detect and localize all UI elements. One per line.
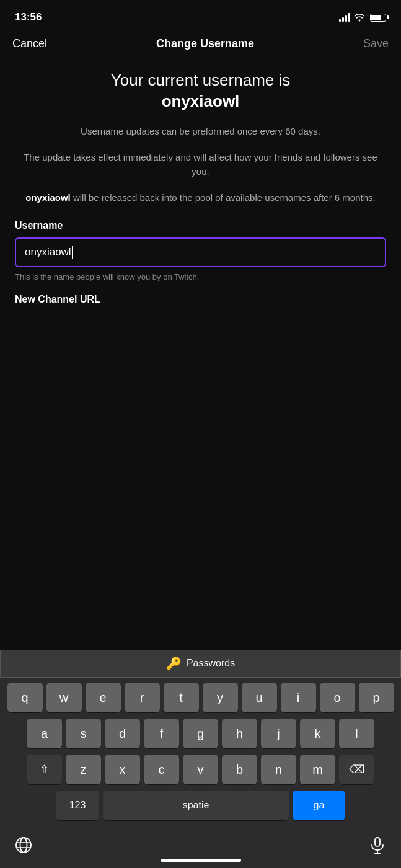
key-y[interactable]: y <box>203 683 238 712</box>
save-button[interactable]: Save <box>363 37 389 50</box>
update-notice: Username updates can be preformed once e… <box>15 125 386 139</box>
key-row-2: a s d f g h j k l <box>2 719 399 748</box>
key-e[interactable]: e <box>86 683 121 712</box>
svg-point-0 <box>16 838 31 852</box>
key-i[interactable]: i <box>281 683 316 712</box>
key-a[interactable]: a <box>27 719 62 748</box>
page-title: Change Username <box>156 37 254 50</box>
pool-notice-rest: will be released back into the pool of a… <box>71 192 376 203</box>
key-x[interactable]: x <box>105 755 140 784</box>
shift-key[interactable]: ⇧ <box>27 755 62 784</box>
key-m[interactable]: m <box>300 755 335 784</box>
key-row-1: q w e r t y u i o p <box>2 683 399 712</box>
key-t[interactable]: t <box>164 683 199 712</box>
username-hint: This is the name people will know you by… <box>15 272 386 281</box>
battery-icon <box>370 14 386 22</box>
svg-rect-4 <box>375 838 380 846</box>
key-v[interactable]: v <box>183 755 218 784</box>
pool-notice-username: onyxiaowl <box>25 192 71 203</box>
key-z[interactable]: z <box>66 755 101 784</box>
key-h[interactable]: h <box>222 719 257 748</box>
username-input-container[interactable]: onyxiaowl <box>15 237 386 267</box>
keyboard: 🔑 Passwords q w e r t y u i o p a s d f … <box>0 650 401 868</box>
globe-icon <box>15 836 32 854</box>
status-time: 13:56 <box>15 11 42 24</box>
status-icons <box>339 13 386 22</box>
wifi-icon <box>354 13 365 22</box>
key-s[interactable]: s <box>66 719 101 748</box>
key-p[interactable]: p <box>359 683 394 712</box>
key-g[interactable]: g <box>183 719 218 748</box>
nav-bar: Cancel Change Username Save <box>0 32 401 60</box>
main-content: Your current username is onyxiaowl Usern… <box>0 60 401 305</box>
space-key[interactable]: spatie <box>103 790 289 820</box>
key-c[interactable]: c <box>144 755 179 784</box>
key-row-3: ⇧ z x c v b n m ⌫ <box>2 755 399 784</box>
key-row-4: 123 spatie ga <box>2 790 399 820</box>
passwords-button[interactable]: 🔑 Passwords <box>166 656 235 671</box>
keyboard-bottom <box>0 829 401 868</box>
return-key[interactable]: ga <box>293 790 345 820</box>
svg-point-1 <box>20 838 27 852</box>
numbers-key[interactable]: 123 <box>56 790 99 820</box>
key-f[interactable]: f <box>144 719 179 748</box>
pool-notice: onyxiaowl will be released back into the… <box>15 191 386 205</box>
channel-url-label: New Channel URL <box>15 294 386 305</box>
cancel-button[interactable]: Cancel <box>12 37 47 50</box>
key-l[interactable]: l <box>339 719 374 748</box>
keyboard-toolbar[interactable]: 🔑 Passwords <box>0 650 401 678</box>
key-b[interactable]: b <box>222 755 257 784</box>
key-o[interactable]: o <box>320 683 355 712</box>
key-u[interactable]: u <box>242 683 277 712</box>
key-k[interactable]: k <box>300 719 335 748</box>
key-icon: 🔑 <box>166 656 182 671</box>
key-w[interactable]: w <box>46 683 82 712</box>
key-j[interactable]: j <box>261 719 296 748</box>
microphone-icon <box>369 836 386 854</box>
globe-button[interactable] <box>15 836 32 858</box>
key-n[interactable]: n <box>261 755 296 784</box>
delete-key[interactable]: ⌫ <box>339 755 374 784</box>
home-indicator <box>161 859 241 862</box>
current-username-section: Your current username is onyxiaowl <box>15 70 386 112</box>
key-r[interactable]: r <box>125 683 160 712</box>
effect-notice: The update takes effect immediately and … <box>15 151 386 179</box>
text-cursor <box>72 246 73 259</box>
key-d[interactable]: d <box>105 719 140 748</box>
signal-icon <box>339 13 350 22</box>
key-q[interactable]: q <box>7 683 43 712</box>
username-input[interactable]: onyxiaowl <box>25 246 376 259</box>
current-username-value: onyxiaowl <box>162 92 240 110</box>
username-label: Username <box>15 220 386 231</box>
keyboard-rows: q w e r t y u i o p a s d f g h j k l ⇧ … <box>0 678 401 829</box>
status-bar: 13:56 <box>0 0 401 32</box>
microphone-button[interactable] <box>369 836 386 858</box>
passwords-label: Passwords <box>187 658 235 669</box>
current-username-display: Your current username is onyxiaowl <box>15 70 386 112</box>
toolbar-divider-left <box>0 650 1 677</box>
